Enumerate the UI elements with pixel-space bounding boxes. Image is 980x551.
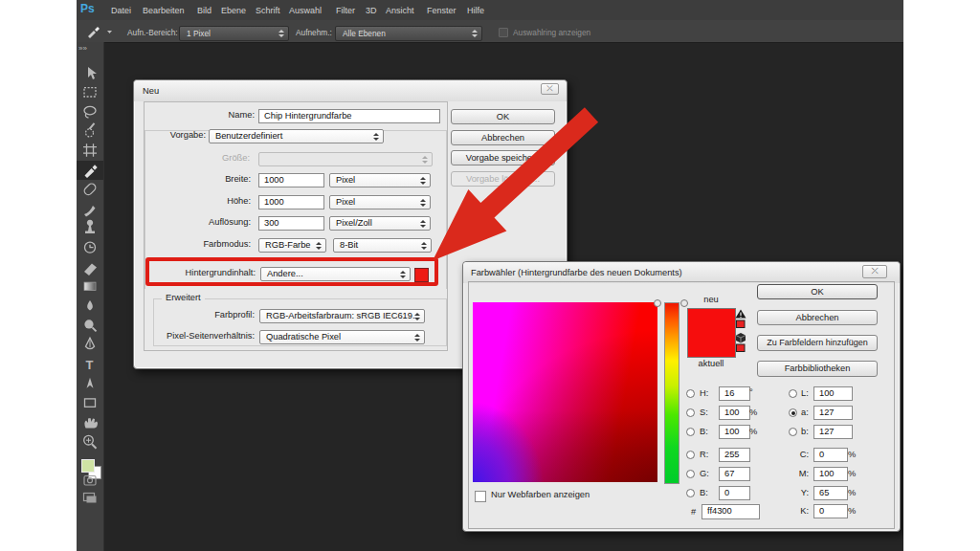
svg-text:»»: »» (78, 44, 87, 53)
svg-text:T: T (86, 358, 94, 372)
